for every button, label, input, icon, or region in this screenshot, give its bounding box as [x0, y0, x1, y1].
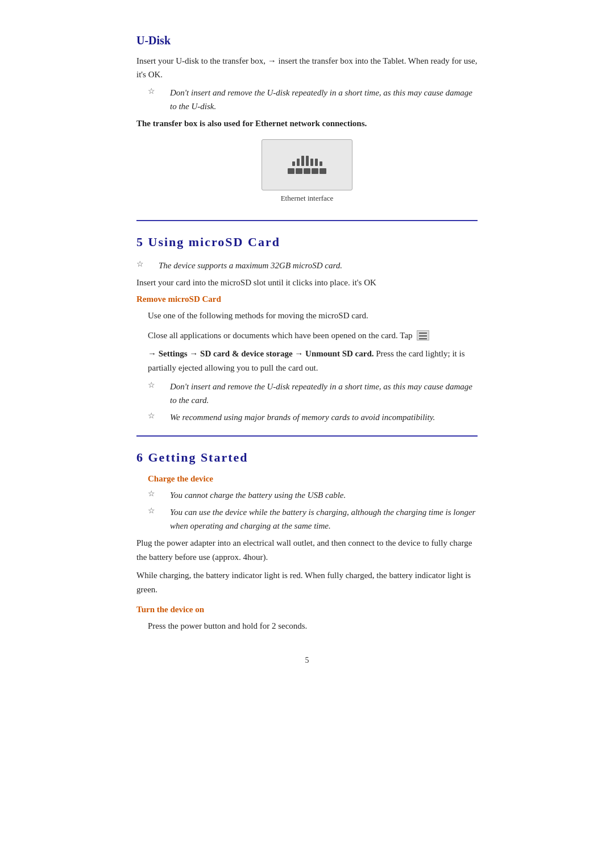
section5-para3: Close all applications or documents whic…: [148, 329, 478, 343]
section-6: 6 Getting Started Charge the device ☆ Yo…: [136, 450, 478, 633]
charge-para2: While charging, the battery indicator li…: [136, 568, 478, 597]
section-5: 5 Using microSD Card ☆ The device suppor…: [136, 235, 478, 424]
section6-title: 6 Getting Started: [136, 450, 478, 465]
bar3: [301, 156, 304, 166]
menu-line-1: [419, 333, 427, 334]
star-icon-2: ☆: [136, 259, 144, 269]
section-divider-2: [136, 435, 478, 437]
menu-line-2: [419, 335, 427, 337]
section-udisk: U-Disk Insert your U-disk to the transfe…: [136, 34, 478, 203]
menu-icon: [417, 330, 429, 340]
section5-note3-container: ☆ We recommend using major brands of mem…: [148, 410, 478, 424]
section5-note1-container: ☆ The device supports a maximum 32GB mic…: [136, 259, 478, 272]
udisk-bold-note: The transfer box is also used for Ethern…: [136, 117, 478, 130]
bar6: [315, 159, 318, 166]
charge-para1: Plug the power adapter into an electrica…: [136, 536, 478, 564]
page: U-Disk Insert your U-disk to the transfe…: [91, 0, 523, 711]
menu-line-3: [419, 338, 427, 339]
port1: [288, 168, 294, 174]
turn-on-para: Press the power button and hold for 2 se…: [148, 619, 478, 633]
bar5: [310, 159, 313, 166]
port5: [320, 168, 326, 174]
section5-para1: Insert your card into the microSD slot u…: [136, 276, 478, 290]
section-divider-1: [136, 220, 478, 221]
ethernet-ports: [288, 168, 326, 174]
port2: [296, 168, 302, 174]
section5-note2: Don't insert and remove the U-disk repea…: [170, 380, 478, 407]
charge-note2-container: ☆ You can use the device while the batte…: [148, 505, 478, 533]
section5-note1: The device supports a maximum 32GB micro…: [159, 259, 342, 272]
port3: [304, 168, 310, 174]
star-icon-4: ☆: [148, 411, 155, 421]
section5-para2: Use one of the following methods for mov…: [148, 309, 478, 323]
charge-note1: You cannot charge the battery using the …: [170, 488, 346, 502]
star-icon-6: ☆: [148, 506, 155, 516]
bar4: [306, 156, 309, 166]
section5-tap-area: Close all applications or documents whic…: [148, 329, 478, 424]
charge-notes: ☆ You cannot charge the battery using th…: [148, 488, 478, 533]
star-icon-3: ☆: [148, 380, 155, 390]
page-number: 5: [136, 656, 478, 665]
charge-note1-container: ☆ You cannot charge the battery using th…: [148, 488, 478, 502]
star-icon-1: ☆: [148, 86, 155, 96]
section5-arrow: → Settings → SD card & device storage → …: [148, 347, 478, 375]
star-icon-5: ☆: [148, 489, 155, 499]
remove-microsd-title: Remove microSD Card: [136, 294, 478, 304]
section5-note3: We recommend using major brands of memor…: [170, 410, 435, 424]
ethernet-top: [292, 156, 322, 166]
ethernet-container: Ethernet interface: [136, 139, 478, 203]
section5-note2-container: ☆ Don't insert and remove the U-disk rep…: [148, 380, 478, 407]
bar1: [292, 161, 295, 166]
ethernet-image: [262, 139, 352, 190]
bar7: [320, 161, 322, 166]
udisk-title: U-Disk: [136, 34, 478, 47]
port4: [312, 168, 318, 174]
ethernet-label: Ethernet interface: [281, 194, 334, 203]
bar2: [297, 159, 300, 166]
udisk-para1: Insert your U-disk to the transfer box, …: [136, 54, 478, 81]
turn-on-title: Turn the device on: [136, 605, 478, 614]
udisk-note1-container: ☆ Don't insert and remove the U-disk rep…: [148, 86, 478, 113]
udisk-note1: Don't insert and remove the U-disk repea…: [170, 86, 478, 113]
section5-title: 5 Using microSD Card: [136, 235, 478, 250]
charge-title: Charge the device: [148, 474, 478, 484]
charge-note2: You can use the device while the battery…: [170, 505, 478, 533]
